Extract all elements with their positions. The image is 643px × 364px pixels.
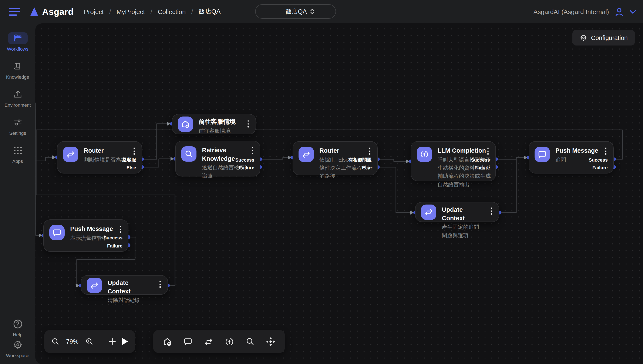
palette-scene-button[interactable] — [162, 336, 172, 346]
sidebar-item-workspace[interactable]: Workspace — [2, 339, 33, 358]
sidebar-item-label: Workspace — [6, 353, 29, 358]
output-port-label[interactable]: Success — [471, 157, 490, 162]
sidebar-item-environment[interactable]: Environment — [2, 88, 33, 108]
home-plus-icon — [162, 336, 172, 346]
node-title: Router — [84, 147, 136, 155]
zoom-in-button[interactable] — [85, 337, 94, 346]
move-icon — [266, 336, 276, 346]
zoom-level: 79% — [65, 338, 80, 345]
app-name: Asgard — [42, 6, 74, 17]
node-title: Router — [319, 147, 372, 155]
sidebar-item-apps[interactable]: Apps — [2, 144, 33, 164]
node-menu-icon[interactable] — [487, 148, 489, 156]
sidebar-item-settings[interactable]: Settings — [2, 116, 33, 136]
breadcrumb: Project / MyProject / Collection / 飯店QA — [84, 8, 220, 16]
output-port-label[interactable]: Success — [589, 157, 608, 162]
node-palette-toolbar — [153, 330, 285, 353]
edge — [142, 124, 167, 159]
workflow-edges — [35, 24, 643, 364]
gear-icon — [580, 34, 587, 42]
logo-triangle-icon — [30, 7, 38, 16]
run-workflow-button[interactable] — [122, 338, 128, 345]
node-menu-icon[interactable] — [369, 148, 371, 156]
node-title: LLM Completion — [438, 147, 490, 155]
node-menu-icon[interactable] — [491, 208, 492, 216]
sidebar-item-knowledge[interactable]: Knowledge — [2, 60, 33, 80]
sidebar-item-label: Environment — [4, 102, 31, 108]
node-menu-icon[interactable] — [248, 120, 249, 129]
edge — [142, 159, 170, 167]
chat-bubble-icon — [52, 228, 62, 237]
configuration-button[interactable]: Configuration — [572, 30, 635, 46]
output-port-label[interactable]: Success — [236, 157, 254, 162]
output-port-label[interactable]: Success — [104, 235, 122, 240]
node-update-context-clear[interactable]: Update Context 清除對話紀錄 — [81, 275, 168, 295]
hamburger-menu-icon[interactable] — [9, 8, 20, 16]
configuration-button-label: Configuration — [591, 34, 628, 41]
output-port-label[interactable]: Failure — [239, 165, 254, 170]
user-avatar-icon[interactable] — [614, 6, 624, 17]
output-port-label[interactable]: 有相似問題 — [348, 156, 372, 163]
node-scene[interactable]: 前往客服情境 前往客服情境 — [172, 114, 256, 134]
node-retrieve-knowledge[interactable]: Retrieve Knowledge 透過自然語言檢索知識庫 Success F… — [175, 141, 260, 176]
breadcrumb-myproject[interactable]: MyProject — [116, 8, 145, 15]
asgard-workflow-editor: Asgard Project / MyProject / Collection … — [0, 0, 643, 364]
edge — [260, 158, 288, 159]
search-icon — [184, 149, 194, 158]
workflow-canvas[interactable]: 前往客服情境 前往客服情境 Router 判斷情境是否為客服 是客服 Else — [35, 24, 643, 364]
workflow-selector-value: 飯店QA — [286, 8, 307, 16]
node-menu-icon[interactable] — [252, 147, 254, 156]
node-router-2[interactable]: Router 依據If、Else If、Else條件決定工作流程執行的路徑 有相… — [292, 141, 378, 175]
output-port-label[interactable]: Failure — [107, 243, 122, 248]
palette-move-button[interactable] — [266, 336, 276, 346]
book-icon — [13, 62, 22, 71]
sidebar-item-help[interactable]: Help — [2, 318, 33, 337]
add-node-button[interactable] — [108, 338, 116, 345]
up-down-chevrons-icon — [310, 8, 315, 15]
app-logo[interactable]: Asgard — [30, 6, 74, 17]
node-push-message-followup[interactable]: Push Message 追問 Success Failure — [528, 141, 614, 174]
output-port-label[interactable]: Else — [362, 165, 372, 170]
sidebar-item-workflows[interactable]: Workflows — [2, 32, 33, 52]
zoom-out-button[interactable] — [51, 337, 60, 346]
breadcrumb-project[interactable]: Project — [84, 8, 104, 15]
node-menu-icon[interactable] — [134, 148, 135, 156]
sidebar-item-label: Settings — [9, 130, 26, 136]
swap-arrows-icon — [302, 150, 311, 159]
account-label: AsgardAI (Asgard Internal) — [534, 8, 609, 15]
output-port-label[interactable]: Failure — [592, 165, 608, 170]
play-icon — [122, 338, 128, 345]
zoom-in-icon — [85, 337, 94, 346]
account-area: AsgardAI (Asgard Internal) — [534, 0, 636, 24]
breadcrumb-current[interactable]: 飯店QA — [198, 8, 220, 16]
breadcrumb-collection[interactable]: Collection — [158, 8, 186, 15]
folder-icon — [13, 34, 22, 43]
home-plus-icon — [181, 120, 190, 129]
node-title: 前往客服情境 — [198, 118, 238, 126]
edge — [35, 157, 52, 161]
palette-push-message-button[interactable] — [183, 337, 193, 346]
workflow-selector[interactable]: 飯店QA — [255, 4, 336, 19]
node-title: Push Message — [70, 225, 123, 233]
output-port-label[interactable]: Else — [126, 165, 136, 170]
node-menu-icon[interactable] — [120, 226, 122, 234]
chevron-down-icon[interactable] — [630, 10, 636, 14]
sidebar-item-label: Workflows — [7, 46, 28, 52]
palette-update-context-button[interactable] — [204, 336, 214, 346]
output-port-label[interactable]: Failure — [474, 165, 490, 170]
left-sidebar: Workflows Knowledge Environment Settings — [0, 24, 35, 364]
llm-icon — [224, 336, 234, 346]
edge — [496, 158, 524, 159]
node-router-1[interactable]: Router 判斷情境是否為客服 是客服 Else — [57, 141, 142, 174]
node-push-message-throttle[interactable]: Push Message 表示流量控管中 Success Failure — [44, 220, 128, 252]
output-port-label[interactable]: 是客服 — [122, 156, 136, 163]
palette-llm-button[interactable] — [224, 336, 234, 346]
node-menu-icon[interactable] — [605, 148, 607, 156]
node-llm-completion[interactable]: LLM Completion 呼叫大型語言模型並產生結構化的資料輸出以輔助流程的… — [411, 141, 496, 181]
grid-dots-icon — [14, 146, 22, 155]
swap-arrows-icon — [424, 208, 433, 217]
node-update-context-followup[interactable]: Update Context 產生固定的追問問題與選項 — [415, 202, 499, 222]
node-menu-icon[interactable] — [160, 281, 161, 289]
palette-search-button[interactable] — [246, 337, 255, 346]
edge — [378, 167, 410, 212]
